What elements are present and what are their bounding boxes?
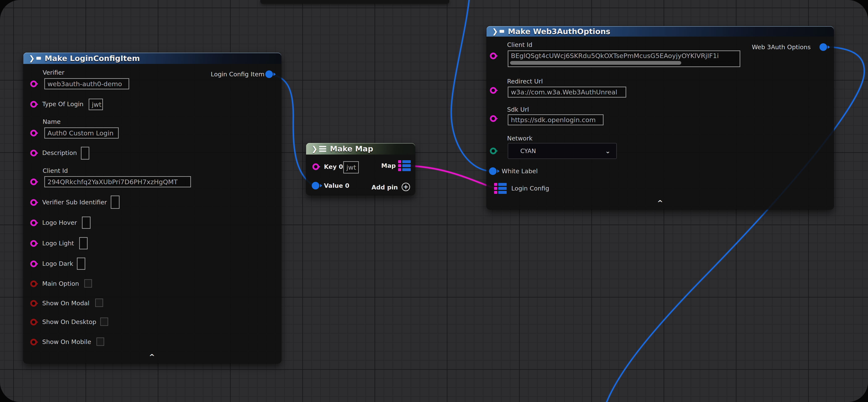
pin-show-on-modal[interactable]	[30, 300, 37, 307]
client-id-scrollbar[interactable]	[510, 61, 681, 65]
pin-network[interactable]	[490, 148, 497, 154]
node-title: Make LoginConfigItem	[45, 54, 140, 63]
network-dropdown[interactable]: CYAN ⌄	[508, 143, 617, 159]
login-config-item-output-label: Login Config Item	[211, 70, 265, 78]
pin-login-config-item-output[interactable]	[265, 70, 273, 78]
client-id-label: Client Id	[43, 167, 68, 174]
pin-redirect-url[interactable]	[490, 87, 497, 94]
pin-value0[interactable]	[312, 182, 319, 190]
white-label-label: White Label	[502, 168, 538, 175]
redirect-url-input[interactable]: w3a://com.w3a.Web3AuthUnreal	[508, 87, 626, 97]
verifier-label: Verifier	[43, 69, 64, 76]
pin-logo-hover[interactable]	[30, 220, 37, 226]
type-of-login-label: Type Of Login	[42, 100, 84, 108]
node-make-map[interactable]: ❯ Make Map Key 0 jwt Value 0 Map Add pin…	[306, 143, 415, 195]
chevron-down-icon: ⌄	[605, 147, 611, 155]
key0-label: Key 0	[324, 163, 343, 170]
logo-hover-input[interactable]	[82, 217, 91, 229]
pin-logo-dark[interactable]	[30, 260, 37, 267]
name-label: Name	[43, 118, 61, 125]
pin-verifier-sub-identifier[interactable]	[30, 199, 37, 206]
pin-logo-light[interactable]	[30, 240, 37, 247]
key0-input[interactable]: jwt	[343, 161, 359, 173]
redirect-url-label: Redirect Url	[507, 78, 543, 85]
pin-map-output[interactable]	[398, 160, 411, 171]
pin-login-config[interactable]	[494, 183, 507, 194]
network-label: Network	[507, 135, 532, 142]
node-title: Make Web3AuthOptions	[508, 27, 611, 36]
collapse-node-button[interactable]: ^	[657, 199, 663, 206]
value0-label: Value 0	[324, 182, 349, 189]
make-struct-icon: ❯	[29, 54, 41, 62]
name-input[interactable]: Auth0 Custom Login	[44, 127, 119, 139]
sdk-url-input[interactable]: https://sdk.openlogin.com	[508, 114, 603, 125]
network-value: CYAN	[520, 148, 536, 154]
pin-sdk-url[interactable]	[490, 115, 497, 122]
description-input[interactable]	[81, 147, 89, 160]
logo-light-input[interactable]	[79, 237, 88, 249]
pin-web3auth-options-output[interactable]	[819, 43, 827, 51]
main-option-checkbox[interactable]	[84, 279, 92, 288]
add-pin-label: Add pin	[372, 184, 398, 191]
type-of-login-input[interactable]: jwt	[89, 98, 103, 110]
verifier-input[interactable]: web3auth-auth0-demo	[44, 78, 129, 89]
node-make-loginconfigitem[interactable]: ❯ Make LoginConfigItem Verifier web3auth…	[23, 53, 281, 363]
verifier-sub-identifier-label: Verifier Sub Identifier	[42, 199, 107, 206]
verifier-sub-identifier-input[interactable]	[111, 196, 120, 209]
show-on-modal-checkbox[interactable]	[95, 298, 103, 307]
logo-hover-label: Logo Hover	[42, 219, 77, 226]
show-on-mobile-checkbox[interactable]	[96, 338, 104, 346]
pin-client-id[interactable]	[30, 178, 37, 185]
client-id-label: Client Id	[507, 41, 532, 48]
collapse-node-button[interactable]: ^	[149, 353, 155, 361]
pin-name[interactable]	[30, 130, 37, 137]
logo-light-label: Logo Light	[42, 240, 74, 247]
blueprint-editor: ❯ Make LoginConfigItem Verifier web3auth…	[0, 0, 868, 402]
map-output-label: Map	[381, 162, 396, 169]
node-header-make-map[interactable]: ❯ Make Map	[306, 143, 415, 154]
main-option-label: Main Option	[42, 280, 79, 287]
description-label: Description	[42, 149, 77, 156]
pin-white-label[interactable]	[489, 167, 497, 175]
node-header-make-loginconfigitem[interactable]: ❯ Make LoginConfigItem	[23, 53, 281, 64]
sdk-url-label: Sdk Url	[507, 106, 529, 113]
web3auth-options-output-label: Web 3Auth Options	[752, 44, 811, 51]
pin-description[interactable]	[30, 150, 37, 156]
pin-key0[interactable]	[312, 163, 319, 170]
show-on-desktop-checkbox[interactable]	[100, 317, 108, 326]
show-on-mobile-label: Show On Mobile	[42, 338, 91, 345]
node-make-web3authoptions[interactable]: ❯ Make Web3AuthOptions Client Id BEglQSg…	[487, 26, 834, 209]
node-header-make-web3authoptions[interactable]: ❯ Make Web3AuthOptions	[487, 26, 834, 36]
pin-show-on-desktop[interactable]	[30, 319, 37, 325]
pin-main-option[interactable]	[30, 281, 37, 287]
node-title: Make Map	[330, 144, 373, 153]
login-config-label: Login Config	[511, 185, 549, 192]
make-map-icon: ❯	[312, 145, 326, 153]
logo-dark-input[interactable]	[77, 258, 85, 270]
pin-verifier[interactable]	[30, 81, 37, 87]
client-id-input[interactable]: 294QRkchfq2YaXUbPri7D6PH7xzHgQMT	[44, 176, 191, 187]
show-on-desktop-label: Show On Desktop	[42, 318, 96, 325]
pin-show-on-mobile[interactable]	[30, 339, 37, 345]
make-struct-icon: ❯	[492, 27, 504, 35]
logo-dark-label: Logo Dark	[42, 260, 73, 267]
pin-client-id[interactable]	[490, 53, 497, 59]
offscreen-node-bottom	[260, 0, 450, 4]
show-on-modal-label: Show On Modal	[42, 299, 90, 307]
add-pin-button[interactable]: +	[402, 183, 410, 191]
pin-type-of-login[interactable]	[30, 101, 37, 108]
